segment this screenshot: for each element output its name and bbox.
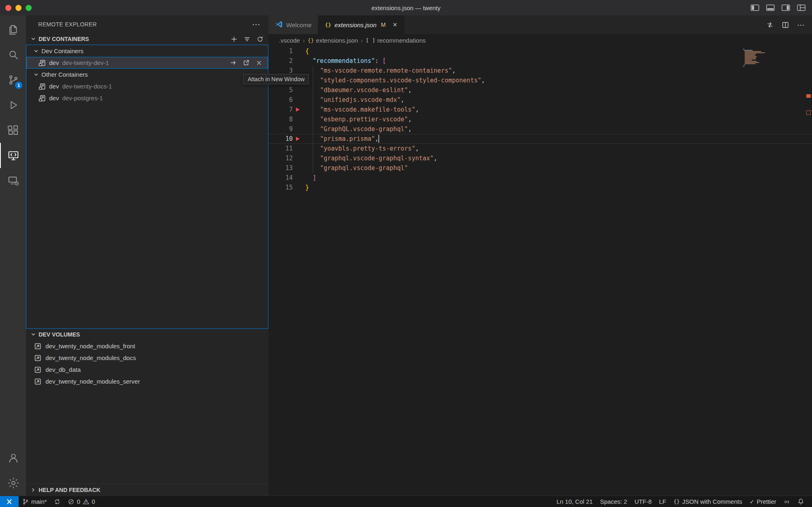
code-line[interactable]: 10 "prisma.prisma", <box>268 134 812 144</box>
code-line[interactable]: 11 "yoavbls.pretty-ts-errors", <box>268 144 812 153</box>
breadcrumb-vscode[interactable]: .vscode <box>279 37 300 44</box>
activity-extensions[interactable] <box>0 118 26 143</box>
toggle-secondary-sidebar-icon[interactable] <box>782 4 790 11</box>
section-dev-volumes[interactable]: DEV VOLUMES <box>26 329 268 340</box>
activity-remote-explorer[interactable] <box>0 143 26 168</box>
vscode-logo-icon <box>275 20 283 30</box>
broadcast-status[interactable] <box>780 496 794 507</box>
code-line[interactable]: 15} <box>268 183 812 192</box>
remote-indicator[interactable] <box>0 496 19 507</box>
titlebar: extensions.json — twenty <box>0 0 812 15</box>
formatter-status[interactable]: ✓ Prettier <box>746 496 780 507</box>
code-editor[interactable]: 1{2 "recommendations": [3 "ms-vscode-rem… <box>268 46 812 496</box>
breadcrumb-separator: › <box>303 37 305 44</box>
activity-accounts[interactable] <box>0 445 26 470</box>
code-line[interactable]: 12 "graphql.vscode-graphql-syntax", <box>268 153 812 163</box>
container-detail: dev-twenty-dev-1 <box>62 59 109 66</box>
remote-settings-icon <box>7 175 19 187</box>
chevron-right-icon <box>30 487 37 493</box>
eol-status[interactable]: LF <box>655 496 670 507</box>
container-item-dev-twenty-docs-1[interactable]: devdev-twenty-docs-1 <box>26 80 268 92</box>
minimap[interactable] <box>743 49 767 67</box>
tab-welcome[interactable]: Welcome <box>268 15 318 34</box>
activity-source-control[interactable]: 1 <box>0 67 26 93</box>
tooltip: Attach in New Window <box>243 74 309 84</box>
volume-label: dev_db_data <box>45 366 81 373</box>
attach-current-window-button[interactable] <box>230 59 237 66</box>
code-line[interactable]: 5 "dbaeumer.vscode-eslint", <box>268 85 812 95</box>
more-actions-icon[interactable]: ⋯ <box>252 20 260 28</box>
volume-item-dev-twenty-node-modules-server[interactable]: dev_twenty_node_modules_server <box>26 375 268 387</box>
encoding-status[interactable]: UTF-8 <box>631 496 656 507</box>
close-icon <box>256 60 262 66</box>
breadcrumb-recommendations[interactable]: [ ]recommendations <box>366 37 426 44</box>
account-icon <box>7 452 19 464</box>
modified-marker-icon <box>296 137 300 141</box>
section-label: HELP AND FEEDBACK <box>39 487 100 493</box>
split-editor-icon[interactable] <box>782 21 789 29</box>
notifications-status[interactable] <box>794 496 808 507</box>
breadcrumb-extensions-json[interactable]: {}extensions.json <box>308 37 358 44</box>
errors-icon <box>68 498 74 505</box>
container-icon <box>39 59 46 67</box>
customize-layout-icon[interactable] <box>797 4 806 11</box>
code-line[interactable]: 13 "graphql.vscode-graphql" <box>268 163 812 173</box>
language-mode-status[interactable]: {} JSON with Comments <box>670 496 746 507</box>
minimap-line <box>745 61 757 62</box>
tab-extensions-json[interactable]: {}extensions.jsonM✕ <box>318 15 404 34</box>
volume-item-dev-db-data[interactable]: dev_db_data <box>26 364 268 375</box>
warning-count: 0 <box>92 498 95 505</box>
code-text: "dbaeumer.vscode-eslint", <box>305 85 412 95</box>
git-branch-status[interactable]: main* <box>19 496 50 507</box>
volume-item-dev-twenty-node-modules-docs[interactable]: dev_twenty_node_modules_docs <box>26 352 268 364</box>
container-item-dev-postgres-1[interactable]: devdev-postgres-1 <box>26 92 268 104</box>
add-container-button[interactable] <box>231 36 238 43</box>
code-line[interactable]: 9 "GraphQL.vscode-graphql", <box>268 124 812 134</box>
activity-search[interactable] <box>0 42 26 67</box>
tree-group-other-containers[interactable]: Other Containers <box>26 69 268 80</box>
close-button[interactable] <box>5 5 11 11</box>
git-branch-icon <box>22 498 29 505</box>
volume-label: dev_twenty_node_modules_server <box>45 378 140 385</box>
minimap-line <box>745 58 756 59</box>
code-line[interactable]: 14 ] <box>268 173 812 183</box>
indentation-status[interactable]: Spaces: 2 <box>596 496 631 507</box>
close-icon[interactable]: ✕ <box>393 22 397 28</box>
problems-status[interactable]: 0 0 <box>64 496 99 507</box>
minimap-line <box>744 65 745 65</box>
open-changes-icon[interactable] <box>766 21 774 29</box>
toggle-panel-icon[interactable] <box>766 4 775 11</box>
minimize-button[interactable] <box>15 5 22 11</box>
activity-remote-settings[interactable] <box>0 168 26 193</box>
dev-containers-tree: Dev Containersdevdev-twenty-dev-1Other C… <box>26 45 268 329</box>
code-line[interactable]: 3 "ms-vscode-remote.remote-containers", <box>268 66 812 76</box>
sync-icon <box>54 498 60 505</box>
sync-status[interactable] <box>50 496 64 507</box>
activity-settings[interactable] <box>0 470 26 496</box>
code-text: "graphql.vscode-graphql-syntax", <box>305 153 437 163</box>
section-help-and-feedback[interactable]: HELP AND FEEDBACK <box>26 483 268 496</box>
code-line[interactable]: 8 "esbenp.prettier-vscode", <box>268 114 812 124</box>
more-actions-icon[interactable]: ⋯ <box>797 21 805 29</box>
minimap-line <box>743 49 744 50</box>
code-line[interactable]: 7 "ms-vscode.makefile-tools", <box>268 105 812 114</box>
activity-run-debug[interactable] <box>0 93 26 118</box>
refresh-button[interactable] <box>257 36 263 43</box>
filter-button[interactable] <box>244 36 251 43</box>
code-line[interactable]: 4 "styled-components.vscode-styled-compo… <box>268 76 812 85</box>
attach-new-window-button[interactable] <box>243 59 250 66</box>
code-line[interactable]: 1{ <box>268 46 812 56</box>
json-file-icon: {} <box>325 22 331 28</box>
section-dev-containers[interactable]: DEV CONTAINERS <box>26 33 268 45</box>
cursor-position-status[interactable]: Ln 10, Col 21 <box>553 496 596 507</box>
toggle-sidebar-icon[interactable] <box>751 4 759 11</box>
stop-container-button[interactable] <box>256 60 262 66</box>
code-line[interactable]: 2 "recommendations": [ <box>268 56 812 66</box>
tree-group-dev-containers[interactable]: Dev Containers <box>26 45 268 57</box>
volume-item-dev-twenty-node-modules-front[interactable]: dev_twenty_node_modules_front <box>26 340 268 352</box>
scm-badge: 1 <box>15 82 22 89</box>
code-line[interactable]: 6 "unifiedjs.vscode-mdx", <box>268 95 812 105</box>
zoom-button[interactable] <box>26 5 32 11</box>
activity-explorer[interactable] <box>0 17 26 42</box>
container-item-dev-twenty-dev-1[interactable]: devdev-twenty-dev-1 <box>26 57 268 69</box>
